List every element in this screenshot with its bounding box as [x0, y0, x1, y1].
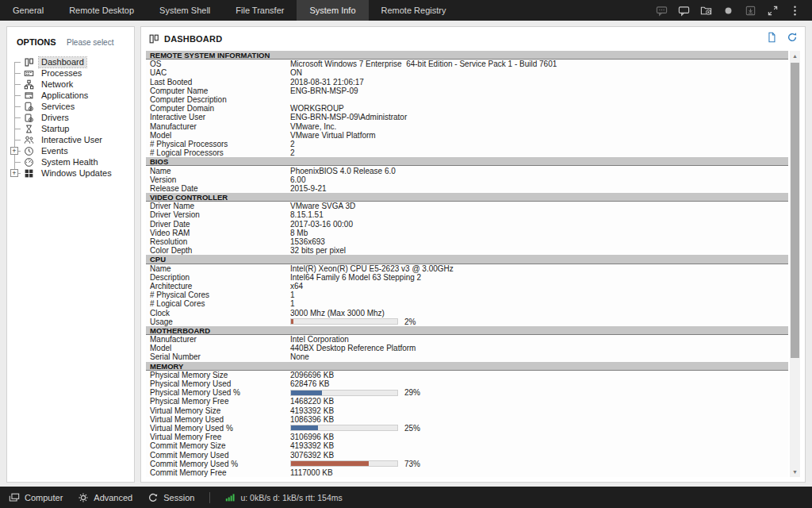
system-health-icon: [24, 157, 36, 167]
table-row: # Physical Processors2: [146, 140, 788, 148]
row-value: 2015-9-21: [290, 184, 327, 193]
sidebar-item-events[interactable]: +Events: [7, 145, 134, 156]
statusbar-session-button[interactable]: Session: [147, 492, 194, 503]
table-row: Driver Version8.15.1.51: [146, 210, 788, 219]
scrollbar-thumb[interactable]: [791, 63, 799, 358]
table-row: Last Booted2018-08-31 21:06:17: [146, 78, 788, 87]
sidebar-item-interactive-user[interactable]: Interactive User: [7, 134, 134, 145]
row-label: Usage: [150, 318, 290, 326]
signal-strength-icon: [225, 492, 236, 502]
dashboard-title-icon: [148, 33, 159, 44]
row-label: Physical Memory Used: [150, 379, 290, 388]
interactive-user-icon: [24, 135, 36, 145]
scroll-down-arrow-icon[interactable]: ▼: [790, 467, 800, 477]
sidebar-item-dashboard[interactable]: Dashboard: [7, 56, 134, 67]
sidebar-subtitle: Please select: [67, 38, 113, 47]
section-header-bios: BIOS: [146, 157, 788, 166]
download-icon[interactable]: [745, 5, 756, 17]
expand-plus-icon[interactable]: +: [10, 147, 18, 155]
dashboard-panel: DASHBOARD REMOTE SYSTEM INFORMATIONOSMic…: [140, 26, 806, 483]
row-label: Driver Date: [150, 220, 290, 229]
refresh-icon[interactable]: [787, 32, 798, 46]
table-row: Commit Memory Used %73%: [146, 460, 788, 468]
system-info-table-wrap: REMOTE SYSTEM INFORMATIONOSMicrosoft Win…: [146, 51, 800, 477]
statusbar-button-label: Computer: [25, 493, 63, 502]
row-value: Intel(R) Xeon(R) CPU E5-2623 v3 @ 3.00GH…: [290, 264, 454, 273]
network-icon: [24, 79, 36, 90]
row-label: Clock: [150, 309, 290, 318]
row-label: Manufacturer: [150, 122, 290, 131]
tab-general[interactable]: General: [0, 0, 56, 21]
row-label: Name: [150, 264, 290, 273]
table-row: Interactive UserENG-BRN-MSP-09\Administr…: [146, 113, 788, 121]
table-row: Architecturex64: [146, 282, 788, 291]
processes-icon: [24, 68, 36, 79]
record-icon[interactable]: [722, 5, 734, 17]
add-folder-icon[interactable]: [700, 5, 712, 17]
row-value: 1086396 KB: [290, 415, 334, 424]
sidebar-item-services[interactable]: Services: [7, 101, 134, 112]
table-row: Driver NameVMware SVGA 3D: [146, 202, 788, 210]
row-label: Physical Memory Free: [150, 397, 290, 406]
sidebar-item-applications[interactable]: Applications: [7, 90, 134, 101]
sidebar-header: OPTIONS Please select: [7, 27, 134, 55]
row-value: VMware, Inc.: [290, 122, 336, 131]
row-value: 4193392 KB: [290, 441, 334, 450]
statusbar-advanced-button[interactable]: Advanced: [78, 492, 132, 503]
status-bar: ComputerAdvancedSession u: 0kB/s d: 1kB/…: [0, 487, 812, 508]
row-label: Virtual Memory Used %: [150, 424, 290, 433]
row-value: 3076392 KB: [290, 451, 334, 460]
table-row: # Logical Processors2: [146, 148, 788, 157]
fullscreen-icon[interactable]: [767, 5, 779, 17]
tab-file-transfer[interactable]: File Transfer: [223, 0, 297, 21]
chat-user-icon[interactable]: [656, 5, 668, 17]
row-label: Commit Memory Used %: [150, 460, 290, 468]
row-value: ENG-BRN-MSP-09: [290, 87, 358, 95]
row-value: ON: [290, 68, 302, 77]
row-label: OS: [150, 60, 290, 68]
sidebar-item-label: Windows Updates: [39, 168, 114, 179]
table-row: # Physical Cores1: [146, 291, 788, 299]
copy-icon[interactable]: [766, 32, 777, 46]
row-value: 3000 Mhz (Max 3000 Mhz): [290, 309, 385, 318]
tab-system-shell[interactable]: System Shell: [147, 0, 223, 21]
sidebar-item-label: Services: [39, 102, 77, 112]
row-value: 1117000 KB: [290, 468, 333, 477]
statusbar-divider: [209, 492, 210, 503]
tab-system-info[interactable]: System Info: [297, 0, 368, 21]
sidebar-item-processes[interactable]: Processes: [7, 67, 134, 79]
sidebar-item-system-health[interactable]: System Health: [7, 156, 134, 167]
options-tree: DashboardProcessesNetworkApplicationsSer…: [7, 56, 134, 179]
row-label: Computer Description: [150, 95, 290, 104]
table-row: Physical Memory Used %29%: [146, 388, 788, 397]
sidebar-item-label: Events: [39, 146, 71, 156]
expand-plus-icon[interactable]: +: [10, 169, 18, 177]
table-row: Usage2%: [146, 318, 788, 326]
scroll-up-arrow-icon[interactable]: ▲: [790, 51, 800, 61]
vertical-scrollbar[interactable]: ▲ ▼: [790, 51, 800, 477]
sidebar-item-startup[interactable]: Startup: [7, 123, 134, 134]
row-label: Computer Domain: [150, 104, 290, 113]
row-label: Commit Memory Free: [150, 468, 290, 477]
sidebar-item-windows-updates[interactable]: +Windows Updates: [7, 167, 134, 179]
row-value: 2018-08-31 21:06:17: [290, 78, 364, 87]
options-sidebar: OPTIONS Please select DashboardProcesses…: [6, 26, 135, 483]
sidebar-item-drivers[interactable]: Drivers: [7, 112, 134, 123]
overflow-menu-icon[interactable]: [789, 5, 801, 17]
row-value: 1536x693: [290, 237, 325, 246]
sidebar-item-label: Processes: [39, 68, 84, 79]
row-value: 628476 KB: [290, 379, 330, 388]
table-row: OSMicrosoft Windows 7 Enterprise 64-bit …: [146, 60, 788, 68]
dashboard-icon: [24, 57, 36, 67]
sidebar-item-label: Startup: [39, 124, 71, 134]
statusbar-computer-button[interactable]: Computer: [9, 492, 63, 503]
tab-remote-registry[interactable]: Remote Registry: [369, 0, 459, 21]
tab-remote-desktop[interactable]: Remote Desktop: [56, 0, 147, 21]
row-value: None: [290, 352, 309, 361]
table-row: Commit Memory Size4193392 KB: [146, 441, 788, 450]
comment-icon[interactable]: [678, 5, 690, 17]
sidebar-item-network[interactable]: Network: [7, 79, 134, 90]
drivers-icon: [24, 113, 36, 123]
table-row: Computer DomainWORKGROUP: [146, 104, 788, 113]
row-label: UAC: [150, 68, 290, 77]
